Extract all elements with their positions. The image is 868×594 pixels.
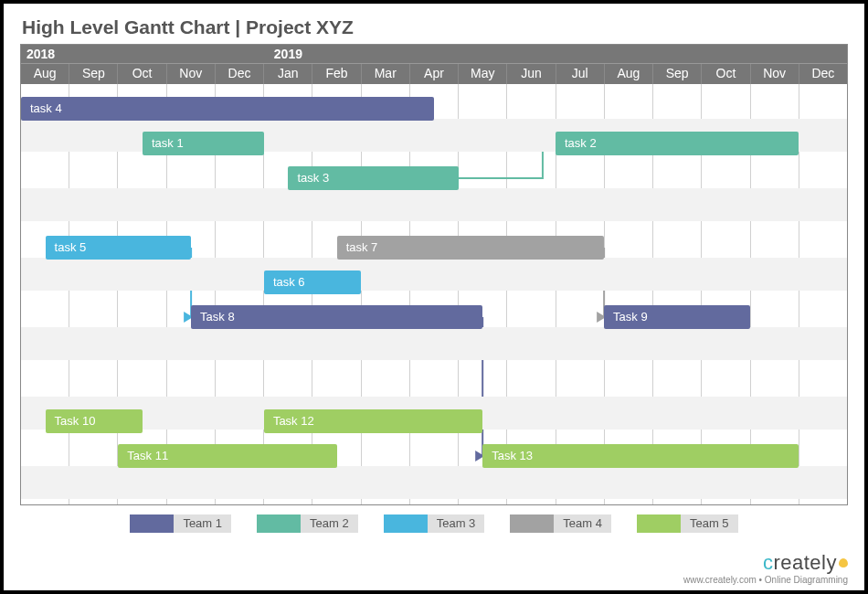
task-bar-task13[interactable]: Task 13 xyxy=(482,444,799,468)
chart-area: 20182019 AugSepOctNovDecJanFebMarAprMayJ… xyxy=(20,44,848,505)
bulb-icon xyxy=(839,558,848,567)
month-label: Dec xyxy=(799,64,847,84)
task-bar-task2[interactable]: task 2 xyxy=(556,132,799,155)
task-bar-task11[interactable]: Task 11 xyxy=(118,444,336,468)
task-bar-task6[interactable]: task 6 xyxy=(264,270,361,294)
gantt-body: task 4task 1task 2task 3task 5task 7task… xyxy=(21,84,847,504)
legend-item-team3: Team 3 xyxy=(384,514,485,533)
legend-swatch xyxy=(384,514,428,533)
month-label: Jul xyxy=(556,64,605,84)
task-bar-task7[interactable]: task 7 xyxy=(337,236,604,260)
brand-logo: creately xyxy=(683,551,848,575)
legend-label: Team 5 xyxy=(681,514,738,533)
legend-label: Team 1 xyxy=(174,514,231,533)
month-label: Jan xyxy=(264,64,312,84)
legend-swatch xyxy=(130,514,174,533)
legend-swatch xyxy=(637,514,681,533)
month-label: Dec xyxy=(216,64,264,84)
timeline-years-row: 20182019 xyxy=(21,45,847,64)
month-label: Feb xyxy=(312,64,361,84)
task-bar-task9[interactable]: Task 9 xyxy=(604,305,750,329)
month-label: Jun xyxy=(507,64,556,84)
legend-item-team1: Team 1 xyxy=(130,514,231,533)
task-bar-task1[interactable]: task 1 xyxy=(143,132,264,155)
month-label: Mar xyxy=(362,64,410,84)
month-label: Aug xyxy=(605,64,653,84)
task-bar-task10[interactable]: Task 10 xyxy=(46,409,143,433)
legend: Team 1Team 2Team 3Team 4Team 5 xyxy=(20,514,848,533)
chart-title: High Level Gantt Chart | Project XYZ xyxy=(22,16,848,38)
month-label: Sep xyxy=(69,64,118,84)
month-label: Sep xyxy=(653,64,702,84)
year-label: 2019 xyxy=(269,45,847,63)
task-bar-task8[interactable]: Task 8 xyxy=(191,305,482,329)
year-label: 2018 xyxy=(21,45,269,63)
legend-item-team4: Team 4 xyxy=(510,514,611,533)
task-bar-task4[interactable]: task 4 xyxy=(21,97,434,121)
task-bar-task5[interactable]: task 5 xyxy=(46,236,192,260)
month-label: Nov xyxy=(167,64,216,84)
legend-label: Team 2 xyxy=(301,514,358,533)
legend-label: Team 3 xyxy=(428,514,485,533)
task-bar-task12[interactable]: Task 12 xyxy=(264,409,482,433)
legend-item-team5: Team 5 xyxy=(637,514,738,533)
month-label: May xyxy=(459,64,507,84)
gantt-frame: High Level Gantt Chart | Project XYZ 201… xyxy=(0,0,868,594)
legend-item-team2: Team 2 xyxy=(257,514,358,533)
footer: creately www.creately.com • Online Diagr… xyxy=(683,551,848,585)
task-bar-task3[interactable]: task 3 xyxy=(288,166,458,190)
brand-accent: c xyxy=(763,551,774,574)
month-label: Aug xyxy=(21,64,69,84)
timeline-months-row: AugSepOctNovDecJanFebMarAprMayJunJulAugS… xyxy=(21,64,847,84)
month-label: Oct xyxy=(702,64,750,84)
month-label: Nov xyxy=(751,64,799,84)
footer-tagline: www.creately.com • Online Diagramming xyxy=(683,575,848,585)
month-label: Apr xyxy=(410,64,459,84)
month-label: Oct xyxy=(118,64,166,84)
brand-rest: reately xyxy=(773,551,837,574)
legend-swatch xyxy=(510,514,554,533)
legend-swatch xyxy=(257,514,301,533)
legend-label: Team 4 xyxy=(554,514,611,533)
